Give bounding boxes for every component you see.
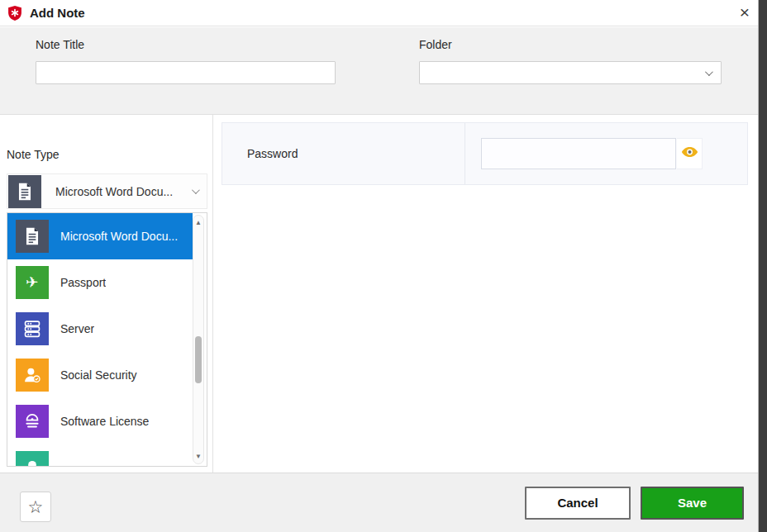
- keeper-shield-icon: [7, 5, 23, 21]
- note-type-combobox[interactable]: Microsoft Word Docu...: [7, 173, 207, 209]
- note-title-label: Note Title: [36, 38, 84, 51]
- word-document-icon: [8, 175, 41, 208]
- svg-text:✈: ✈: [26, 273, 38, 291]
- note-type-item-label: Passport: [60, 276, 106, 289]
- scroll-down-icon[interactable]: ▼: [193, 453, 203, 460]
- password-input[interactable]: [481, 138, 676, 169]
- dialog-title: Add Note: [30, 0, 85, 26]
- star-icon: ☆: [28, 497, 44, 516]
- note-type-item-microsoft-word-docu[interactable]: Microsoft Word Docu...: [7, 213, 193, 259]
- note-type-selected-value: Microsoft Word Docu...: [55, 185, 192, 198]
- folder-dropdown[interactable]: [419, 61, 722, 84]
- note-type-item-label: Microsoft Word Docu...: [60, 230, 178, 243]
- form-band: Note Title Folder: [0, 27, 758, 115]
- note-type-item-partial[interactable]: [7, 444, 193, 467]
- note-title-input[interactable]: [36, 61, 336, 84]
- scroll-up-icon[interactable]: ▲: [193, 219, 203, 226]
- note-type-item-label: Server: [60, 322, 94, 335]
- software-license-icon: [16, 405, 49, 438]
- password-field-wrap: [481, 123, 703, 184]
- word-document-icon: [16, 220, 49, 253]
- cancel-button[interactable]: Cancel: [525, 487, 631, 520]
- social-security-icon: [16, 359, 49, 392]
- close-icon[interactable]: ×: [732, 0, 757, 26]
- note-type-item-label: Software License: [60, 415, 149, 428]
- chevron-down-icon: [192, 186, 200, 194]
- password-label-cell: Password: [222, 123, 465, 184]
- background-window-edge: [759, 0, 767, 532]
- note-type-item-software-license[interactable]: Software License: [7, 398, 193, 444]
- partial-item-icon: [16, 451, 49, 467]
- folder-label: Folder: [419, 38, 452, 51]
- chevron-down-icon: [705, 68, 713, 76]
- passport-icon: ✈: [16, 266, 49, 299]
- dialog-body: Add Note × Note Title Folder Note Type M…: [0, 0, 759, 532]
- note-type-list: Microsoft Word Docu...✈PassportServerSoc…: [7, 212, 207, 467]
- eye-icon: [681, 146, 698, 161]
- dialog-header: Add Note ×: [0, 0, 758, 26]
- note-type-item-passport[interactable]: ✈Passport: [7, 259, 193, 306]
- main-area: Note Type Microsoft Word Docu... Microso…: [0, 115, 758, 473]
- note-type-label: Note Type: [7, 148, 60, 161]
- note-type-item-server[interactable]: Server: [7, 306, 193, 352]
- note-type-item-social-security[interactable]: Social Security: [7, 352, 193, 398]
- list-scrollbar[interactable]: ▲ ▼: [193, 215, 204, 464]
- server-icon: [16, 312, 49, 345]
- favorite-button[interactable]: ☆: [20, 492, 51, 522]
- show-password-button[interactable]: [677, 138, 703, 169]
- password-row: Password: [222, 122, 748, 185]
- note-type-panel: Note Type Microsoft Word Docu... Microso…: [0, 115, 213, 473]
- note-type-item-label: Social Security: [60, 368, 137, 382]
- scrollbar-thumb[interactable]: [195, 336, 202, 383]
- save-button[interactable]: Save: [641, 487, 744, 520]
- password-label: Password: [247, 147, 298, 160]
- add-note-dialog: Add Note × Note Title Folder Note Type M…: [0, 0, 767, 532]
- dialog-footer: ☆ Cancel Save: [0, 473, 758, 532]
